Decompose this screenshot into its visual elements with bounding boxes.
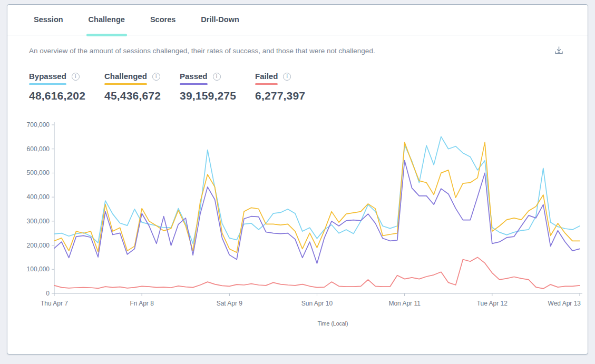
- metric-underline: [255, 83, 278, 85]
- y-tick-label: 300,000: [27, 218, 50, 225]
- series-line-challenged: [54, 142, 580, 252]
- metric-passed: Passed i 39,159,275: [180, 72, 255, 102]
- overview-description: An overview of the amount of sessions ch…: [29, 47, 375, 55]
- metric-underline: [104, 83, 147, 85]
- metric-value: 39,159,275: [180, 90, 255, 102]
- tab-drill-down[interactable]: Drill-Down: [200, 5, 240, 35]
- y-tick-label: 100,000: [27, 265, 50, 273]
- tab-scores[interactable]: Scores: [149, 5, 177, 35]
- tab-challenge[interactable]: Challenge: [87, 5, 126, 35]
- x-axis-title: Time (Local): [318, 320, 348, 327]
- sessions-challenged-chart: 0100,000200,000300,000400,000500,000600,…: [7, 117, 588, 349]
- x-tick-label: Thu Apr 7: [41, 300, 68, 307]
- info-icon[interactable]: i: [152, 73, 160, 81]
- y-tick-label: 200,000: [27, 242, 50, 249]
- metric-value: 48,616,202: [29, 90, 104, 102]
- metric-bypassed: Bypassed i 48,616,202: [29, 72, 104, 102]
- download-icon[interactable]: [554, 46, 563, 57]
- metric-challenged: Challenged i 45,436,672: [104, 72, 180, 102]
- metric-label: Passed: [180, 72, 208, 81]
- x-tick-label: Mon Apr 11: [388, 300, 421, 307]
- metric-label: Failed: [255, 72, 278, 81]
- y-tick-label: 500,000: [27, 169, 50, 176]
- info-icon[interactable]: i: [72, 73, 80, 81]
- y-tick-label: 0: [46, 290, 50, 297]
- tab-session[interactable]: Session: [33, 5, 64, 35]
- y-tick-label: 600,000: [27, 145, 50, 153]
- tab-bar: Session Challenge Scores Drill-Down: [7, 5, 588, 35]
- x-tick-label: Sat Apr 9: [217, 300, 243, 307]
- metric-failed: Failed i 6,277,397: [255, 72, 330, 102]
- metric-underline: [29, 83, 66, 85]
- metric-value: 45,436,672: [104, 90, 180, 102]
- x-tick-label: Fri Apr 8: [130, 300, 154, 307]
- challenge-overview-card: Session Challenge Scores Drill-Down An o…: [7, 4, 588, 355]
- metric-label: Challenged: [104, 72, 147, 81]
- info-icon[interactable]: i: [283, 73, 291, 81]
- metric-value: 6,277,397: [255, 90, 330, 102]
- y-tick-label: 700,000: [27, 121, 50, 129]
- metrics-row: Bypassed i 48,616,202 Challenged i 45,43…: [29, 72, 588, 102]
- metric-label: Bypassed: [29, 72, 66, 81]
- x-tick-label: Sun Apr 10: [301, 300, 333, 307]
- chart-canvas: 0100,000200,000300,000400,000500,000600,…: [7, 117, 588, 349]
- series-line-bypassed: [54, 136, 580, 243]
- x-tick-label: Tue Apr 12: [477, 300, 508, 307]
- x-tick-label: Wed Apr 13: [548, 300, 581, 307]
- info-icon[interactable]: i: [213, 73, 221, 81]
- metric-underline: [180, 83, 208, 85]
- y-tick-label: 400,000: [27, 193, 50, 201]
